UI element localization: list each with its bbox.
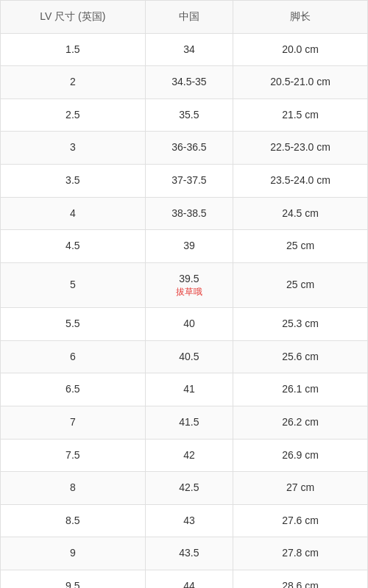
cell-lv-size: 1.5	[1, 33, 146, 66]
cell-lv-size: 4.5	[1, 230, 146, 263]
cell-foot-length: 25 cm	[233, 262, 368, 307]
cell-foot-length: 23.5-24.0 cm	[233, 164, 368, 197]
table-row: 7.54226.9 cm	[1, 439, 368, 472]
cell-china-size: 40	[145, 308, 233, 341]
header-lv-size: LV 尺寸 (英国)	[1, 1, 146, 34]
cell-lv-size: 5.5	[1, 308, 146, 341]
cell-foot-length: 26.9 cm	[233, 439, 368, 472]
cell-lv-size: 2.5	[1, 98, 146, 132]
cell-lv-size: 6.5	[1, 373, 146, 406]
cell-foot-length: 21.5 cm	[233, 98, 368, 132]
cell-lv-size: 3	[1, 132, 146, 165]
cell-lv-size: 9.5	[1, 570, 146, 588]
cell-foot-length: 27.6 cm	[233, 504, 368, 537]
cell-foot-length: 25.3 cm	[233, 308, 368, 341]
cell-foot-length: 27 cm	[233, 472, 368, 505]
table-row: 640.525.6 cm	[1, 340, 368, 373]
cell-lv-size: 3.5	[1, 164, 146, 197]
cell-china-size: 43	[145, 504, 233, 537]
cell-china-size: 41	[145, 373, 233, 406]
cell-annotation: 拔草哦	[152, 286, 227, 298]
cell-china-size: 41.5	[145, 406, 233, 439]
cell-china-size: 39	[145, 230, 233, 263]
cell-china-size: 40.5	[145, 340, 233, 373]
table-header-row: LV 尺寸 (英国) 中国 脚长	[1, 1, 368, 34]
table-row: 3.537-37.523.5-24.0 cm	[1, 164, 368, 197]
table-row: 336-36.522.5-23.0 cm	[1, 132, 368, 165]
cell-china-size: 36-36.5	[145, 132, 233, 165]
cell-china-size: 42.5	[145, 472, 233, 505]
table-row: 234.5-3520.5-21.0 cm	[1, 66, 368, 99]
cell-lv-size: 8	[1, 472, 146, 505]
cell-foot-length: 26.1 cm	[233, 373, 368, 406]
cell-china-size: 34	[145, 33, 233, 66]
cell-china-size: 38-38.5	[145, 197, 233, 230]
cell-china-size: 37-37.5	[145, 164, 233, 197]
cell-foot-length: 20.0 cm	[233, 33, 368, 66]
cell-foot-length: 26.2 cm	[233, 406, 368, 439]
cell-foot-length: 27.8 cm	[233, 537, 368, 570]
table-row: 2.535.521.5 cm	[1, 98, 368, 132]
cell-china-size: 39.5拔草哦	[145, 262, 233, 307]
cell-lv-size: 2	[1, 66, 146, 99]
cell-china-size: 34.5-35	[145, 66, 233, 99]
cell-foot-length: 25.6 cm	[233, 340, 368, 373]
table-row: 9.54428.6 cm	[1, 570, 368, 588]
table-row: 8.54327.6 cm	[1, 504, 368, 537]
cell-foot-length: 24.5 cm	[233, 197, 368, 230]
header-foot-length: 脚长	[233, 1, 368, 34]
size-chart: LV 尺寸 (英国) 中国 脚长 1.53420.0 cm234.5-3520.…	[0, 0, 368, 588]
table-row: 741.526.2 cm	[1, 406, 368, 439]
table-row: 842.527 cm	[1, 472, 368, 505]
table-row: 6.54126.1 cm	[1, 373, 368, 406]
cell-foot-length: 25 cm	[233, 230, 368, 263]
cell-china-size: 42	[145, 439, 233, 472]
table-row: 1.53420.0 cm	[1, 33, 368, 66]
cell-foot-length: 22.5-23.0 cm	[233, 132, 368, 165]
table-row: 539.5拔草哦25 cm	[1, 262, 368, 307]
cell-foot-length: 28.6 cm	[233, 570, 368, 588]
cell-foot-length: 20.5-21.0 cm	[233, 66, 368, 99]
cell-lv-size: 9	[1, 537, 146, 570]
table-row: 438-38.524.5 cm	[1, 197, 368, 230]
header-china-size: 中国	[145, 1, 233, 34]
table-row: 943.527.8 cm	[1, 537, 368, 570]
cell-lv-size: 5	[1, 262, 146, 307]
cell-china-size: 43.5	[145, 537, 233, 570]
table-row: 5.54025.3 cm	[1, 308, 368, 341]
cell-lv-size: 7	[1, 406, 146, 439]
cell-lv-size: 8.5	[1, 504, 146, 537]
cell-lv-size: 6	[1, 340, 146, 373]
cell-china-size: 44	[145, 570, 233, 588]
table-row: 4.53925 cm	[1, 230, 368, 263]
cell-lv-size: 4	[1, 197, 146, 230]
cell-lv-size: 7.5	[1, 439, 146, 472]
cell-china-size: 35.5	[145, 98, 233, 132]
